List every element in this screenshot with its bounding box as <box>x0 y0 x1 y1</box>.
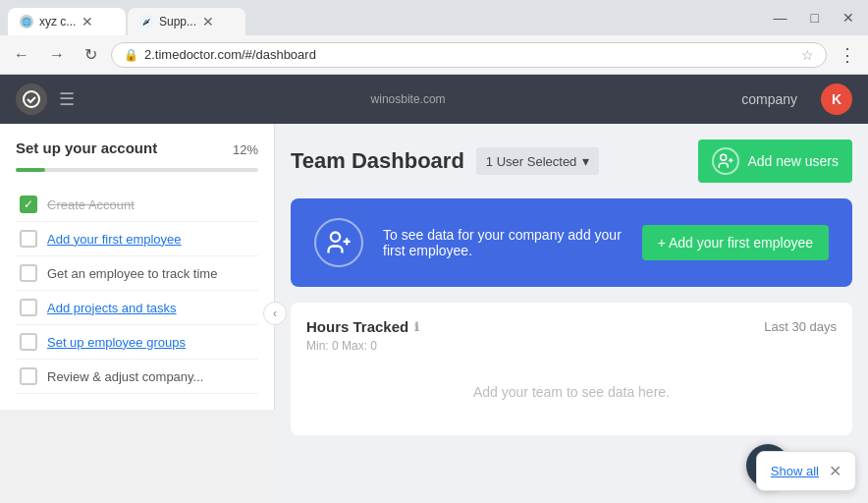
checklist-label-employee-groups[interactable]: Set up employee groups <box>47 335 186 350</box>
tab-2-close[interactable]: ✕ <box>202 14 214 29</box>
close-button[interactable]: ✕ <box>837 8 860 28</box>
show-all-link[interactable]: Show all <box>771 464 819 478</box>
app-logo <box>16 84 47 115</box>
dashboard-area: Team Dashboard 1 User Selected ▾ Add new… <box>275 124 868 503</box>
chevron-left-icon: ‹ <box>273 307 277 320</box>
widget-title: Hours Tracked ℹ <box>306 318 419 335</box>
dashboard-header: Team Dashboard 1 User Selected ▾ Add new… <box>291 140 852 183</box>
progress-fill <box>16 168 45 172</box>
progress-bar <box>16 168 258 172</box>
add-users-label: Add new users <box>747 153 839 169</box>
widget-subtitle: Min: 0 Max: 0 <box>306 339 837 353</box>
company-name: company <box>741 91 797 107</box>
minimize-button[interactable]: — <box>768 8 793 28</box>
lock-icon: 🔒 <box>124 48 138 62</box>
chevron-down-icon: ▾ <box>582 153 589 169</box>
svg-point-0 <box>24 91 39 107</box>
checklist-label-add-employee[interactable]: Add your first employee <box>47 232 182 247</box>
info-icon[interactable]: ℹ <box>414 320 419 334</box>
user-selector[interactable]: 1 User Selected ▾ <box>476 147 600 175</box>
hours-tracked-widget: Hours Tracked ℹ Last 30 days Min: 0 Max:… <box>291 303 852 435</box>
user-avatar[interactable]: K <box>821 84 852 115</box>
checkbox-track-time[interactable] <box>20 264 37 282</box>
widget-header: Hours Tracked ℹ Last 30 days <box>306 318 837 335</box>
user-selector-label: 1 User Selected <box>486 154 577 169</box>
tab-2[interactable]: 🌶 Supp... ✕ <box>128 8 245 35</box>
checklist-item-review-company: Review & adjust company... <box>16 360 258 394</box>
sidebar-percent: 12% <box>233 142 258 157</box>
checklist-item-add-employee: Add your first employee <box>16 222 258 256</box>
notification-close-button[interactable]: ✕ <box>829 462 841 480</box>
svg-point-4 <box>331 233 340 242</box>
add-new-users-button[interactable]: Add new users <box>698 140 852 183</box>
checklist-item-employee-groups: Set up employee groups <box>16 325 258 360</box>
add-users-icon <box>712 147 739 175</box>
bookmark-icon[interactable]: ☆ <box>801 47 814 63</box>
checklist-label-track-time: Get an employee to track time <box>47 266 217 281</box>
checklist-label-review-company: Review & adjust company... <box>47 369 203 384</box>
banner-icon <box>314 218 363 267</box>
address-bar[interactable]: 🔒 2.timedoctor.com/#/dashboard ☆ <box>111 42 827 68</box>
checkmark-icon: ✓ <box>24 197 33 211</box>
notification-popup: Show all ✕ <box>756 451 856 491</box>
app-topnav: ☰ winosbite.com company K <box>0 75 868 124</box>
svg-point-1 <box>721 154 727 160</box>
sidebar-title: Set up your account <box>16 140 157 156</box>
widget-empty-message: Add your team to see data here. <box>306 364 837 419</box>
watermark: winosbite.com <box>86 92 730 106</box>
url-text: 2.timedoctor.com/#/dashboard <box>144 47 795 62</box>
checklist-item-create-account: ✓ Create Account <box>16 188 258 222</box>
checkbox-employee-groups[interactable] <box>20 333 37 351</box>
welcome-banner: To see data for your company add your fi… <box>291 198 852 287</box>
maximize-button[interactable]: □ <box>805 8 825 28</box>
checklist-label-create-account: Create Account <box>47 197 135 212</box>
checklist-label-add-projects[interactable]: Add projects and tasks <box>47 301 177 315</box>
tab-1-close[interactable]: ✕ <box>81 14 93 29</box>
forward-button[interactable]: → <box>43 42 71 68</box>
tab-1[interactable]: 🌐 xyz c... ✕ <box>8 8 126 35</box>
tab-1-label: xyz c... <box>39 15 76 28</box>
dashboard-title: Team Dashboard <box>291 148 464 174</box>
sidebar-collapse-button[interactable]: ‹ <box>263 302 287 325</box>
refresh-button[interactable]: ↻ <box>79 41 103 68</box>
setup-sidebar: Set up your account 12% ✓ Create Account… <box>0 124 275 410</box>
back-button[interactable]: ← <box>8 42 35 68</box>
banner-text: To see data for your company add your fi… <box>383 227 623 258</box>
checklist-item-add-projects: Add projects and tasks <box>16 291 258 325</box>
tab-2-label: Supp... <box>159 15 196 28</box>
tab-2-favicon: 🌶 <box>139 15 153 28</box>
checkbox-add-projects[interactable] <box>20 299 37 316</box>
checkbox-create-account[interactable]: ✓ <box>20 196 37 213</box>
checkbox-add-employee[interactable] <box>20 230 37 248</box>
hamburger-menu-button[interactable]: ☰ <box>59 88 75 110</box>
add-first-employee-button[interactable]: + Add your first employee <box>642 225 829 260</box>
checklist-item-track-time: Get an employee to track time <box>16 256 258 291</box>
tab-1-favicon: 🌐 <box>20 15 33 28</box>
checkbox-review-company[interactable] <box>20 367 37 385</box>
browser-menu-button[interactable]: ⋮ <box>835 40 860 70</box>
widget-period: Last 30 days <box>764 319 837 334</box>
